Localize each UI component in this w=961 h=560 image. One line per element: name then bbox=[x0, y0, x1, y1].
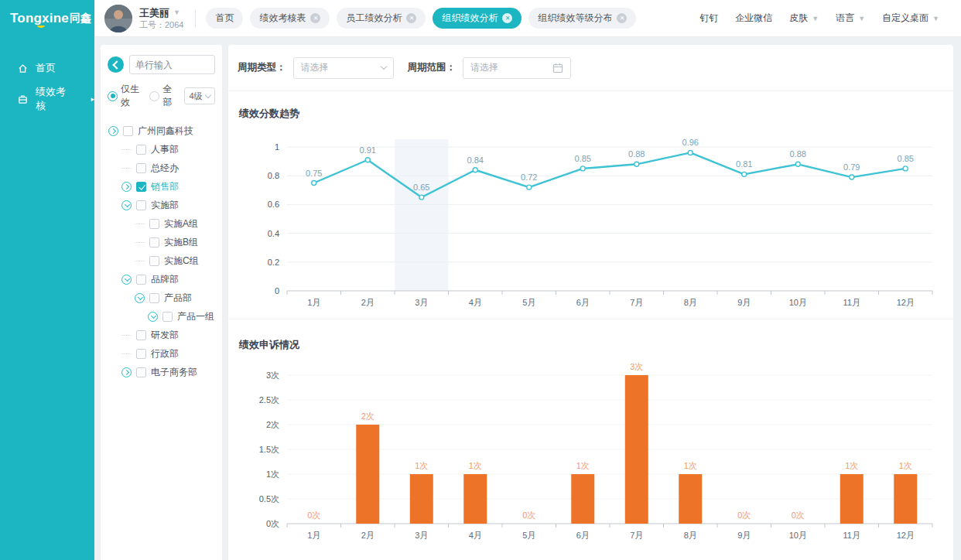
period-range-label: 周期范围： bbox=[408, 61, 457, 74]
tree-node-8[interactable]: 品牌部 bbox=[101, 270, 222, 289]
checkbox[interactable] bbox=[136, 330, 146, 340]
tree-node-12[interactable]: 行政部 bbox=[101, 344, 222, 363]
radio-1[interactable] bbox=[149, 91, 159, 101]
tree-node-3[interactable]: 销售部 bbox=[101, 177, 222, 196]
checkbox[interactable] bbox=[136, 349, 146, 359]
bar[interactable] bbox=[840, 474, 864, 524]
sidebar: Tongxine同鑫 首页 绩效考核 ▸ bbox=[0, 0, 94, 560]
expand-collapse-icon[interactable] bbox=[121, 200, 132, 210]
header-menu-item-3[interactable]: 语言▼ bbox=[836, 12, 865, 25]
checkbox[interactable] bbox=[136, 182, 146, 192]
expand-expand-icon[interactable] bbox=[121, 367, 132, 377]
tab-0[interactable]: 首页 bbox=[206, 8, 243, 29]
checkbox[interactable] bbox=[136, 200, 146, 210]
period-type-select[interactable]: 请选择 bbox=[293, 57, 394, 79]
bar[interactable] bbox=[679, 474, 702, 524]
chevron-down-icon: ▼ bbox=[812, 15, 819, 22]
bar-chart[interactable]: 0次0.5次1次1.5次2次2.5次3次1月0次2月2次3月1次4月1次5月0次… bbox=[238, 363, 943, 542]
tree-node-9[interactable]: 产品部 bbox=[101, 289, 222, 307]
checkbox[interactable] bbox=[136, 275, 146, 285]
expand-collapse-icon[interactable] bbox=[148, 312, 158, 322]
close-tab-icon[interactable]: ✕ bbox=[617, 13, 627, 23]
header-menu-item-2[interactable]: 皮肤▼ bbox=[789, 12, 819, 25]
tab-2[interactable]: 员工绩效分析✕ bbox=[337, 8, 426, 29]
sidebar-item-label: 首页 bbox=[36, 61, 56, 75]
tree-node-11[interactable]: 研发部 bbox=[101, 326, 222, 344]
avatar[interactable] bbox=[104, 5, 132, 32]
tree-node-10[interactable]: 产品一组 bbox=[101, 307, 222, 326]
checkbox[interactable] bbox=[136, 145, 146, 155]
data-point[interactable] bbox=[634, 162, 639, 166]
checkbox[interactable] bbox=[123, 126, 133, 136]
data-point[interactable] bbox=[527, 185, 532, 190]
tab-3[interactable]: 组织绩效分析✕ bbox=[433, 8, 522, 29]
period-type-value: 请选择 bbox=[301, 61, 329, 74]
tree-node-13[interactable]: 电子商务部 bbox=[101, 363, 222, 381]
checkbox[interactable] bbox=[149, 256, 159, 266]
avatar-photo bbox=[104, 5, 132, 32]
radio-0[interactable] bbox=[108, 91, 118, 101]
data-point[interactable] bbox=[473, 168, 477, 172]
bar[interactable] bbox=[571, 474, 594, 524]
data-point-label: 0.85 bbox=[575, 154, 591, 163]
org-tree-panel: 仅生效全部 4级 广州同鑫科技人事部总经办销售部实施部实施A组实施B组实施C组品… bbox=[101, 45, 222, 560]
tree-node-label: 品牌部 bbox=[151, 273, 179, 286]
chevron-down-icon bbox=[380, 63, 386, 70]
sidebar-item-home[interactable]: 首页 bbox=[0, 53, 94, 84]
expand-expand-icon[interactable] bbox=[108, 126, 118, 136]
user-block[interactable]: 王美丽 ▼ 工号：2064 bbox=[139, 8, 183, 29]
data-point[interactable] bbox=[688, 150, 693, 155]
tree-node-7[interactable]: 实施C组 bbox=[101, 251, 222, 270]
period-range-picker[interactable]: 请选择 bbox=[463, 57, 571, 79]
checkbox[interactable] bbox=[162, 312, 173, 322]
search-input[interactable] bbox=[129, 55, 215, 74]
data-point[interactable] bbox=[850, 175, 854, 179]
expand-collapse-icon[interactable] bbox=[121, 275, 132, 285]
line-chart[interactable]: 00.20.40.60.811月2月3月4月5月6月7月8月9月10月11月12… bbox=[238, 131, 943, 311]
header-right-menu: 钉钉企业微信皮肤▼语言▼自定义桌面▼ bbox=[699, 12, 961, 25]
tree-node-4[interactable]: 实施部 bbox=[101, 196, 222, 214]
collapse-panel-button[interactable] bbox=[108, 56, 124, 73]
checkbox[interactable] bbox=[136, 367, 146, 377]
data-point[interactable] bbox=[580, 166, 585, 171]
bar[interactable] bbox=[356, 425, 379, 524]
header-menu-item-0[interactable]: 钉钉 bbox=[699, 12, 718, 25]
bar[interactable] bbox=[894, 474, 917, 524]
expand-expand-icon[interactable] bbox=[121, 182, 132, 192]
x-axis-tick-label: 3月 bbox=[415, 531, 428, 540]
bar[interactable] bbox=[625, 375, 648, 524]
expand-collapse-icon[interactable] bbox=[135, 293, 145, 303]
checkbox[interactable] bbox=[136, 163, 146, 173]
data-point[interactable] bbox=[365, 158, 370, 162]
x-axis-tick-label: 11月 bbox=[843, 298, 860, 307]
data-point[interactable] bbox=[419, 195, 424, 200]
tab-1[interactable]: 绩效考核表✕ bbox=[250, 8, 330, 29]
x-axis-tick-label: 6月 bbox=[576, 531, 590, 540]
app-logo[interactable]: Tongxine同鑫 bbox=[0, 0, 94, 37]
checkbox[interactable] bbox=[149, 293, 159, 303]
checkbox[interactable] bbox=[149, 219, 159, 229]
data-point[interactable] bbox=[742, 172, 747, 176]
data-point[interactable] bbox=[903, 166, 908, 171]
header-menu-item-1[interactable]: 企业微信 bbox=[735, 12, 772, 25]
tree-node-6[interactable]: 实施B组 bbox=[101, 233, 222, 251]
data-point-label: 0.85 bbox=[898, 154, 914, 163]
tree-node-label: 销售部 bbox=[151, 180, 179, 193]
close-tab-icon[interactable]: ✕ bbox=[406, 13, 416, 23]
bar[interactable] bbox=[410, 474, 433, 524]
bar[interactable] bbox=[463, 474, 487, 524]
data-point[interactable] bbox=[312, 181, 316, 186]
checkbox[interactable] bbox=[149, 237, 159, 248]
tree-node-2[interactable]: 总经办 bbox=[101, 159, 222, 177]
level-select[interactable]: 4级 bbox=[184, 87, 215, 104]
chevron-down-icon[interactable]: ▼ bbox=[173, 9, 180, 16]
tree-node-0[interactable]: 广州同鑫科技 bbox=[101, 121, 222, 140]
tab-4[interactable]: 组织绩效等级分布✕ bbox=[528, 8, 636, 29]
close-tab-icon[interactable]: ✕ bbox=[310, 13, 320, 23]
header-menu-item-4[interactable]: 自定义桌面▼ bbox=[882, 12, 939, 25]
data-point[interactable] bbox=[795, 162, 800, 166]
tree-node-5[interactable]: 实施A组 bbox=[101, 214, 222, 233]
tree-node-1[interactable]: 人事部 bbox=[101, 140, 222, 159]
sidebar-item-performance[interactable]: 绩效考核 ▸ bbox=[0, 84, 94, 114]
close-tab-icon[interactable]: ✕ bbox=[502, 13, 512, 23]
